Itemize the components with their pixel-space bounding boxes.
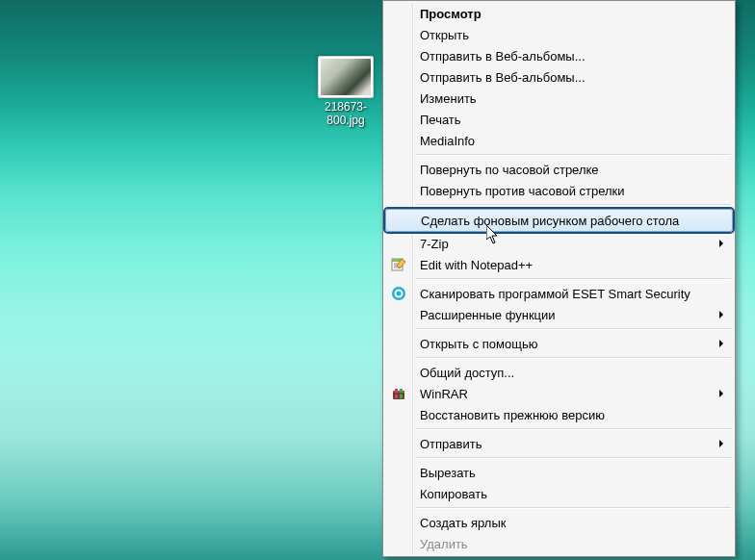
menu-item-label: Отправить в Веб-альбомы... — [420, 49, 586, 64]
menu-header-label: Просмотр — [420, 7, 482, 21]
menu-separator — [416, 154, 731, 156]
submenu-arrow-icon — [719, 240, 723, 247]
menu-item-send-web-albums-2[interactable]: Отправить в Веб-альбомы... — [385, 66, 733, 88]
menu-item-print[interactable]: Печать — [385, 109, 733, 130]
submenu-arrow-icon — [719, 311, 723, 318]
menu-item-label: Сделать фоновым рисунком рабочего стола — [421, 214, 679, 228]
menu-item-label: Повернуть по часовой стрелке — [420, 163, 599, 177]
menu-separator — [416, 204, 731, 206]
menu-item-label: 7-Zip — [420, 237, 449, 251]
menu-item-advanced[interactable]: Расширенные функции — [385, 304, 733, 325]
menu-separator — [416, 507, 731, 509]
mouse-cursor-icon — [486, 225, 500, 244]
menu-item-delete[interactable]: Удалить — [385, 533, 733, 554]
menu-item-label: Создать ярлык — [420, 516, 506, 530]
context-menu: Просмотр Открыть Отправить в Веб-альбомы… — [382, 0, 736, 557]
menu-item-label: Открыть с помощью — [420, 337, 537, 351]
menu-item-open-with[interactable]: Открыть с помощью — [385, 333, 733, 354]
file-thumbnail — [318, 56, 374, 98]
menu-item-label: Печать — [420, 113, 461, 127]
menu-separator — [416, 428, 731, 430]
eset-icon — [391, 286, 406, 301]
menu-item-label: Вырезать — [420, 466, 476, 480]
menu-separator — [416, 357, 731, 359]
menu-item-rotate-ccw[interactable]: Повернуть против часовой стрелки — [385, 180, 733, 201]
submenu-arrow-icon — [719, 340, 723, 347]
menu-item-label: Расширенные функции — [420, 308, 556, 322]
menu-item-edit[interactable]: Изменить — [385, 88, 733, 109]
submenu-arrow-icon — [719, 390, 723, 397]
menu-item-set-as-wallpaper[interactable]: Сделать фоновым рисунком рабочего стола — [385, 209, 733, 232]
menu-item-label: Общий доступ... — [420, 366, 514, 380]
menu-item-send-web-albums-1[interactable]: Отправить в Веб-альбомы... — [385, 45, 733, 66]
menu-item-label: Удалить — [420, 537, 468, 551]
menu-item-label: Повернуть против часовой стрелки — [420, 184, 625, 198]
menu-item-label: MediaInfo — [420, 134, 475, 148]
menu-item-label: Сканировать программой ESET Smart Securi… — [420, 287, 690, 301]
menu-item-label: Изменить — [420, 91, 477, 106]
file-label: 218673- 800.jpg — [310, 100, 381, 127]
svg-point-4 — [397, 292, 402, 296]
menu-item-label: Копировать — [420, 487, 487, 501]
desktop-file-icon[interactable]: 218673- 800.jpg — [310, 56, 381, 127]
menu-item-label: Отправить — [420, 437, 482, 451]
menu-item-share[interactable]: Общий доступ... — [385, 362, 733, 383]
menu-header-view[interactable]: Просмотр — [385, 3, 733, 24]
menu-separator — [416, 328, 731, 330]
menu-item-cut[interactable]: Вырезать — [385, 462, 733, 483]
menu-item-label: Edit with Notepad++ — [420, 258, 533, 272]
menu-item-winrar[interactable]: WinRAR — [385, 383, 733, 404]
menu-separator — [416, 278, 731, 280]
menu-item-edit-notepad[interactable]: Edit with Notepad++ — [385, 254, 733, 275]
menu-item-7zip[interactable]: 7-Zip — [385, 233, 733, 254]
menu-item-create-shortcut[interactable]: Создать ярлык — [385, 512, 733, 533]
submenu-arrow-icon — [719, 440, 723, 447]
menu-item-copy[interactable]: Копировать — [385, 483, 733, 504]
menu-item-send-to[interactable]: Отправить — [385, 433, 733, 454]
menu-item-label: WinRAR — [420, 387, 468, 401]
menu-item-label: Отправить в Веб-альбомы... — [420, 70, 586, 85]
menu-item-label: Открыть — [420, 28, 469, 42]
menu-item-label: Восстановить прежнюю версию — [420, 408, 605, 422]
menu-separator — [416, 457, 731, 459]
menu-item-eset-scan[interactable]: Сканировать программой ESET Smart Securi… — [385, 283, 733, 304]
menu-item-rotate-cw[interactable]: Повернуть по часовой стрелке — [385, 159, 733, 180]
winrar-icon — [391, 386, 406, 401]
menu-item-restore-previous[interactable]: Восстановить прежнюю версию — [385, 404, 733, 425]
notepad-icon — [391, 257, 406, 272]
menu-item-open[interactable]: Открыть — [385, 24, 733, 45]
menu-item-mediainfo[interactable]: MediaInfo — [385, 130, 733, 151]
